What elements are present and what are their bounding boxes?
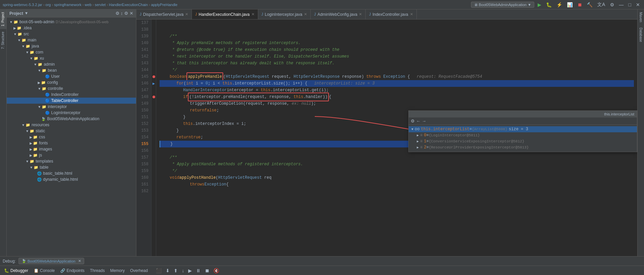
- step-into-icon[interactable]: ⬇: [164, 267, 171, 274]
- expand-icon: ▶: [30, 141, 32, 145]
- console-button[interactable]: 📋 Console: [32, 268, 56, 274]
- left-tab-project[interactable]: 1: Project: [0, 9, 6, 29]
- debug-popup-toolbar: ⚙ ← →: [409, 117, 637, 125]
- tree-boot-app[interactable]: ▶ 🍃 Boot05WebAdminApplication: [7, 116, 136, 122]
- tree-fonts[interactable]: ▶ 📁 fonts: [7, 140, 136, 146]
- line-numbers: 137 138 139 140 141 142 143 144 145 146 …: [136, 20, 151, 256]
- tab-close-icon[interactable]: ✕: [304, 12, 307, 16]
- breadcrumb-servlet[interactable]: servlet: [95, 3, 105, 7]
- breadcrumb-method[interactable]: applyPreHandle: [151, 3, 177, 7]
- step-out-icon[interactable]: ⬆: [172, 267, 179, 274]
- debug-tree-item-0[interactable]: ▶ ≡ 0 = {LoginInterceptor@5811}: [409, 132, 637, 138]
- tree-idea[interactable]: ▶ 📁 .idea: [7, 25, 136, 31]
- expand-icon: ▼: [30, 166, 33, 169]
- tree-images[interactable]: ▶ 📁 images: [7, 146, 136, 152]
- stop-button[interactable]: ⏹: [576, 1, 583, 8]
- tree-controlle[interactable]: ▼ 📁 controlle: [7, 85, 136, 92]
- tree-table-controller[interactable]: ▶ 🔵 TableController: [7, 98, 136, 104]
- tree-main[interactable]: ▼ 📁 main: [7, 37, 136, 43]
- right-tab-maven[interactable]: Maven: [638, 9, 644, 25]
- right-tab-database[interactable]: Database: [638, 25, 644, 45]
- tree-css[interactable]: ▶ 📁 css: [7, 134, 136, 140]
- tree-admin[interactable]: ▼ 📁 admin: [7, 61, 136, 67]
- endpoints-icon: 🔗: [60, 268, 65, 273]
- debug-app-button[interactable]: 🍃 Boot05WebAdminApplication ✕: [19, 258, 84, 264]
- tree-com[interactable]: ▼ 📁 com: [7, 49, 136, 55]
- collapse-icon[interactable]: ↕: [121, 11, 123, 16]
- panel-title: Project: [9, 11, 23, 16]
- maximize-button[interactable]: □: [627, 1, 633, 8]
- tree-dynamic-table[interactable]: ▶ 🌐 dynamic_table.html: [7, 176, 136, 182]
- tree-static[interactable]: ▼ 📁 static: [7, 128, 136, 134]
- tree-index-controller-label: IndexController: [51, 92, 78, 97]
- step-over-icon[interactable]: ⬛: [155, 267, 163, 274]
- debug-item-icon: ≡: [420, 133, 422, 138]
- tree-src[interactable]: ▼ 📁 src: [7, 31, 136, 37]
- pause-icon[interactable]: ⏸: [195, 267, 202, 274]
- tab-close-icon[interactable]: ✕: [359, 12, 362, 16]
- stop-debug-icon[interactable]: ⏹: [203, 267, 211, 274]
- tree-interceptor[interactable]: ▼ 📁 interceptor: [7, 104, 136, 110]
- debug-tree-item-2[interactable]: ▶ ≡ 2 = {ResourceUrlProviderExposingInte…: [409, 144, 637, 150]
- tree-js[interactable]: ▶ 📁 js: [7, 152, 136, 158]
- breadcrumb-jar[interactable]: spring-webmvc-5.3.2.jar: [3, 3, 42, 7]
- mute-breakpoints-icon[interactable]: 🔇: [212, 267, 221, 274]
- overhead-button[interactable]: Overhead: [129, 268, 149, 274]
- tree-user[interactable]: ▶ 🔵 User: [7, 73, 136, 79]
- breadcrumb-class[interactable]: HandlerExecutionChain: [109, 3, 148, 7]
- debug-close-icon[interactable]: ✕: [78, 259, 81, 263]
- debug-toolbar-settings[interactable]: ⚙: [411, 118, 415, 124]
- left-tab-structure[interactable]: 7: Structure: [0, 29, 6, 52]
- debugger-button[interactable]: 🐛 Debugger: [3, 268, 30, 274]
- tab-handler-execution-chain[interactable]: J HandlerExecutionChain.java ✕: [192, 9, 258, 19]
- tab-close-icon[interactable]: ✕: [251, 12, 255, 16]
- tree-config[interactable]: ▶ 📁 config: [7, 79, 136, 85]
- tree-resources[interactable]: ▼ 📁 resources: [7, 122, 136, 128]
- translate-button[interactable]: 文A: [596, 1, 606, 8]
- threads-button[interactable]: Threads: [89, 268, 106, 274]
- tree-templates[interactable]: ▼ 📁 templates: [7, 158, 136, 164]
- tree-java[interactable]: ▼ 📁 java: [7, 43, 136, 49]
- debug-root-oo: oo: [415, 127, 419, 132]
- settings-icon[interactable]: ⚙: [124, 11, 128, 16]
- breadcrumb-web[interactable]: web: [85, 3, 92, 7]
- debug-tree-root[interactable]: ▼ oo this.interceptorList = {ArrayList@5…: [409, 126, 637, 132]
- console-label: Console: [40, 268, 55, 273]
- run-cursor-icon[interactable]: ↓: [180, 267, 185, 274]
- tab-close-icon[interactable]: ✕: [410, 12, 413, 16]
- debug-tree-item-1[interactable]: ▶ ≡ 1 = {ConversionServiceExposingInterc…: [409, 138, 637, 144]
- debug-toolbar-forward[interactable]: →: [422, 118, 426, 124]
- tree-xu[interactable]: ▼ 📁 xu: [7, 55, 136, 61]
- tab-index-controller[interactable]: J IndexController.java ✕: [366, 9, 416, 19]
- tree-login-interceptor[interactable]: ▶ 🔵 LoginInterceptor: [7, 110, 136, 116]
- tab-admin-web-config[interactable]: J AdminWebConfig.java ✕: [311, 9, 366, 19]
- memory-button[interactable]: Memory: [109, 268, 126, 274]
- debug-button[interactable]: 🐛: [545, 1, 553, 8]
- minimize-button[interactable]: —: [618, 1, 625, 8]
- sync-icon[interactable]: ⚙: [115, 11, 120, 16]
- tree-bean[interactable]: ▼ 📁 bean: [7, 67, 136, 73]
- breadcrumb-org[interactable]: org: [45, 3, 51, 7]
- settings-icon[interactable]: ⚙: [609, 1, 616, 8]
- tab-close-icon[interactable]: ✕: [185, 12, 188, 16]
- debug-toolbar-back[interactable]: ←: [416, 118, 420, 124]
- build-button[interactable]: 🔨: [585, 1, 594, 8]
- tab-login-interceptor[interactable]: J LoginInterceptor.java ✕: [258, 9, 311, 19]
- tree-table-folder[interactable]: ▼ 📁 table: [7, 164, 136, 170]
- debug-item-icon: ≡: [420, 145, 422, 150]
- tree-index-controller[interactable]: ▶ 🔵 IndexController: [7, 92, 136, 98]
- line-153-code: }: [176, 127, 179, 134]
- breadcrumb-springframework[interactable]: springframework: [54, 3, 81, 7]
- tab-dispatcher-servlet[interactable]: J DispatcherServlet.java ✕: [136, 9, 192, 19]
- tree-basic-table[interactable]: ▶ 🌐 basic_table.html: [7, 170, 136, 176]
- endpoints-button[interactable]: 🔗 Endpoints: [59, 268, 86, 274]
- close-button[interactable]: ✕: [635, 1, 641, 8]
- coverage-button[interactable]: ⚡: [555, 1, 564, 8]
- profile-button[interactable]: 📊: [566, 1, 574, 8]
- resume-icon[interactable]: ▶: [187, 267, 193, 274]
- expand-icon: ▶: [30, 135, 32, 139]
- app-selector-button[interactable]: 🖥 Boot05WebAdminApplication ▼: [471, 2, 534, 8]
- close-panel-icon[interactable]: ✕: [130, 11, 133, 16]
- run-button[interactable]: ▶: [536, 1, 543, 8]
- tree-root[interactable]: ▼ 📁 boot-05-web-admin D:\Java\springBoot…: [7, 19, 136, 25]
